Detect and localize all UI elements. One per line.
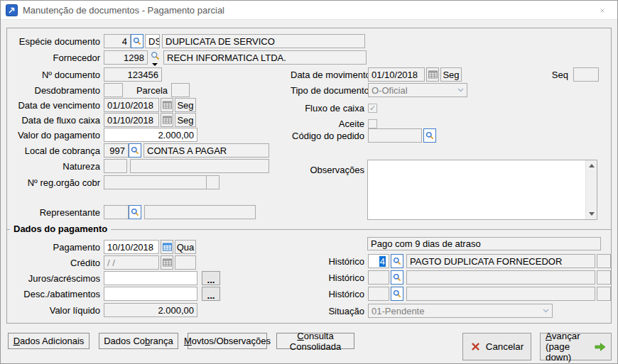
- descontos-more-button[interactable]: ...: [202, 287, 220, 301]
- titlebar: Manutenção de documentos - Pagamento par…: [1, 1, 617, 20]
- credito-day-box: [175, 255, 196, 270]
- credito-label: Crédito: [6, 258, 100, 268]
- credito-field[interactable]: / /: [104, 255, 159, 270]
- local-cobranca-desc-field[interactable]: CONTAS A PAGAR: [143, 143, 269, 158]
- tipo-documento-select[interactable]: O-Oficial: [368, 83, 467, 97]
- reg-orgao-field[interactable]: [104, 175, 207, 189]
- historico3-desc-field[interactable]: [406, 287, 595, 301]
- observacoes-scrollbar[interactable]: [585, 160, 597, 219]
- especie-abbr-field[interactable]: DS: [145, 34, 160, 48]
- dialog-window: Manutenção de documentos - Pagamento par…: [0, 0, 618, 364]
- historico3-lookup-button[interactable]: [391, 287, 403, 301]
- historico2-lookup-button[interactable]: [391, 270, 403, 285]
- codigo-pedido-lookup-button[interactable]: [423, 128, 436, 143]
- codigo-pedido-field[interactable]: [368, 128, 422, 143]
- local-cobranca-code-field[interactable]: 997: [104, 143, 129, 158]
- chevron-down-icon: [543, 309, 549, 313]
- historico1-lookup-button[interactable]: [391, 254, 403, 268]
- credito-calendar-icon[interactable]: [161, 255, 173, 270]
- historico1-desc-field[interactable]: PAGTO DUPLICATA FORNECEDOR: [406, 254, 595, 268]
- advance-arrow-icon: [595, 342, 606, 352]
- scroll-up-icon[interactable]: [589, 164, 595, 167]
- cancelar-button[interactable]: Cancelar: [462, 333, 531, 360]
- chevron-down-icon: [457, 88, 464, 92]
- descontos-label: Desc./abatimentos: [6, 289, 100, 299]
- data-fluxo-caixa-calendar-icon[interactable]: [161, 113, 173, 127]
- pagamento-day-box: Qua: [175, 240, 196, 254]
- natureza-code-field[interactable]: [104, 159, 127, 173]
- aceite-checkbox[interactable]: [368, 119, 377, 128]
- search-icon: [131, 208, 139, 216]
- observacoes-label: Observações: [291, 165, 364, 175]
- historico1-code-field[interactable]: 4: [368, 254, 389, 268]
- pagamento-label: Pagamento: [6, 242, 100, 253]
- fornecedor-code-field[interactable]: 1298: [104, 50, 148, 65]
- observacoes-textarea[interactable]: [367, 160, 597, 220]
- search-icon: [393, 289, 401, 298]
- representante-lookup-button[interactable]: [129, 205, 141, 219]
- data-movimento-field[interactable]: 01/10/2018: [368, 67, 425, 82]
- natureza-desc-field[interactable]: [130, 159, 269, 173]
- app-icon: [6, 4, 18, 16]
- historico2-extra-field[interactable]: [597, 270, 611, 285]
- valor-pagamento-field[interactable]: 2.000,00: [104, 128, 197, 142]
- historico2-desc-field[interactable]: [406, 270, 595, 285]
- pagamento-field[interactable]: 10/10/2018: [104, 240, 159, 254]
- fornecedor-dropdown-icon[interactable]: [152, 63, 158, 66]
- fornecedor-desc-field[interactable]: RECH INFORMATICA LTDA.: [163, 50, 367, 65]
- valor-pagamento-label: Valor do pagamento: [6, 130, 100, 140]
- especie-code-field[interactable]: 4: [104, 34, 131, 48]
- reg-orgao-label: Nº reg.orgão cobr: [6, 177, 100, 188]
- consulta-consolidada-button[interactable]: Consulta Consolidada: [276, 333, 354, 349]
- descontos-field[interactable]: [104, 287, 197, 301]
- data-fluxo-caixa-day-box: Seg: [175, 113, 196, 127]
- seq-label: Seq: [462, 70, 568, 80]
- avancar-button[interactable]: Avançar (page down): [540, 333, 612, 360]
- parcela-label: Parcela: [123, 85, 168, 96]
- desdobramento-label: Desdobramento: [6, 85, 100, 96]
- historico2-code-field[interactable]: [368, 270, 389, 285]
- representante-desc-field[interactable]: [144, 205, 256, 219]
- reg-orgao-extra-field[interactable]: [207, 175, 219, 189]
- historico3-extra-field[interactable]: [597, 287, 611, 301]
- fornecedor-lookup-icon[interactable]: [150, 50, 161, 65]
- movtos-observacoes-button[interactable]: Movtos/Observações: [188, 333, 267, 349]
- valor-liquido-field: 2.000,00: [104, 303, 197, 317]
- pagamento-calendar-icon[interactable]: [161, 240, 173, 254]
- seq-field[interactable]: [573, 67, 599, 82]
- historico1-label: Histórico: [291, 256, 364, 267]
- search-icon: [133, 37, 141, 45]
- local-cobranca-label: Local de cobrança: [6, 145, 100, 156]
- representante-label: Representante: [6, 207, 100, 218]
- juros-field[interactable]: [104, 271, 197, 285]
- dados-cobranca-button[interactable]: Dados Cobrança: [99, 333, 178, 349]
- data-movimento-day-box: Seg: [440, 67, 462, 82]
- data-vencimento-field[interactable]: 01/10/2018: [104, 98, 159, 112]
- selected-text: 4: [379, 256, 386, 267]
- dados-adicionais-button[interactable]: Dados Adicionais: [8, 333, 90, 349]
- scroll-down-icon[interactable]: [589, 212, 595, 216]
- data-movimento-calendar-icon[interactable]: [426, 67, 439, 82]
- representante-code-field[interactable]: [104, 205, 129, 219]
- especie-desc-field[interactable]: DUPLICATA DE SERVICO: [162, 34, 365, 48]
- desdobramento-field[interactable]: [104, 83, 123, 97]
- historico3-code-field[interactable]: [368, 287, 389, 301]
- historico2-label: Histórico: [291, 272, 364, 283]
- data-vencimento-calendar-icon[interactable]: [161, 98, 173, 112]
- fluxo-caixa-checkbox[interactable]: ✓: [368, 104, 377, 113]
- historico1-extra-field[interactable]: [597, 254, 611, 268]
- window-title: Manutenção de documentos - Pagamento par…: [23, 5, 224, 16]
- especie-lookup-button[interactable]: [131, 34, 143, 48]
- data-fluxo-caixa-field[interactable]: 01/10/2018: [104, 113, 159, 127]
- juros-more-button[interactable]: ...: [202, 271, 220, 285]
- close-icon[interactable]: [596, 5, 609, 16]
- situacao-select[interactable]: 01-Pendente: [368, 304, 553, 318]
- valor-liquido-label: Valor líquido: [6, 305, 100, 316]
- pagamento-legend: Dados do pagamento: [10, 224, 111, 234]
- check-icon: ✓: [369, 104, 376, 112]
- search-icon: [425, 131, 434, 140]
- num-documento-field[interactable]: 123456: [104, 67, 162, 82]
- parcela-field[interactable]: [171, 83, 190, 97]
- cancel-x-icon: [470, 341, 481, 352]
- local-cobranca-lookup-button[interactable]: [129, 143, 141, 158]
